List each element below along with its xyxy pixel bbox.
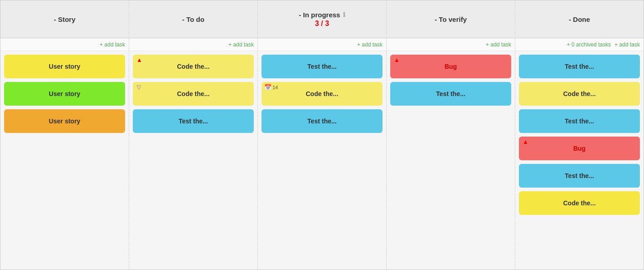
priority-down-icon: ▽ xyxy=(136,84,141,91)
task-label: Test the... xyxy=(307,117,337,125)
task-label: User story xyxy=(49,117,80,125)
task-card-story-2[interactable]: User story xyxy=(4,109,125,133)
column-title-done: - Done xyxy=(569,15,590,23)
task-label: Test the... xyxy=(436,90,465,97)
task-card-to-verify-1[interactable]: Test the... xyxy=(390,82,511,106)
task-label: Code the... xyxy=(177,63,210,70)
task-label: Code the... xyxy=(177,90,210,97)
column-body-to-verify: ▲BugTest the... xyxy=(387,51,515,270)
column-todo: - To do+ add task▲Code the...▽Code the..… xyxy=(129,0,258,270)
task-card-story-1[interactable]: User story xyxy=(4,82,125,106)
add-task-link-todo[interactable]: + add task xyxy=(228,41,254,48)
column-body-done: Test the...Code the...Test the...▲BugTes… xyxy=(515,51,644,270)
task-card-todo-0[interactable]: ▲Code the... xyxy=(133,55,254,78)
column-header-to-verify: - To verify xyxy=(387,0,515,38)
kanban-board: - Story+ add taskUser storyUser storyUse… xyxy=(0,0,644,270)
task-label: User story xyxy=(49,63,80,70)
add-task-link-to-verify[interactable]: + add task xyxy=(486,41,511,48)
task-card-done-0[interactable]: Test the... xyxy=(519,55,640,78)
task-card-done-5[interactable]: Code the... xyxy=(519,191,640,215)
task-label: Test the... xyxy=(565,63,594,70)
column-story: - Story+ add taskUser storyUser storyUse… xyxy=(0,0,129,270)
task-card-todo-1[interactable]: ▽Code the... xyxy=(133,82,254,106)
task-label: Code the... xyxy=(563,90,596,97)
column-subheader-story: + add task xyxy=(0,38,129,51)
column-header-done: - Done xyxy=(515,0,644,38)
task-card-done-3[interactable]: ▲Bug xyxy=(519,137,640,160)
column-header-todo: - To do xyxy=(129,0,257,38)
task-label: Test the... xyxy=(565,117,594,125)
calendar-icon: 📅 xyxy=(264,84,272,91)
column-subheader-done: + 0 archived tasks+ add task xyxy=(515,38,644,51)
column-title-story: - Story xyxy=(54,15,75,23)
task-card-to-verify-0[interactable]: ▲Bug xyxy=(390,55,511,78)
priority-up-icon: ▲ xyxy=(136,56,142,63)
priority-up-icon: ▲ xyxy=(394,56,400,63)
task-card-done-1[interactable]: Code the... xyxy=(519,82,640,106)
column-subheader-to-verify: + add task xyxy=(387,38,515,51)
task-card-story-0[interactable]: User story xyxy=(4,55,125,78)
info-icon[interactable]: ℹ xyxy=(343,11,345,18)
progress-indicator: 3 / 3 xyxy=(315,20,329,28)
column-body-in-progress: Test the...📅 14Code the...Test the... xyxy=(258,51,386,270)
priority-up-icon: ▲ xyxy=(523,138,528,145)
task-card-todo-2[interactable]: Test the... xyxy=(133,109,254,133)
column-title-to-verify: - To verify xyxy=(435,15,467,23)
task-card-in-progress-0[interactable]: Test the... xyxy=(262,55,382,78)
task-label: Bug xyxy=(444,63,457,70)
add-task-link-story[interactable]: + add task xyxy=(100,41,125,48)
column-in-progress: - In progressℹ3 / 3+ add taskTest the...… xyxy=(258,0,387,270)
task-label: Test the... xyxy=(307,63,337,70)
task-card-done-4[interactable]: Test the... xyxy=(519,164,640,188)
column-subheader-todo: + add task xyxy=(129,38,257,51)
add-task-link-done[interactable]: + add task xyxy=(614,41,640,48)
task-label: Test the... xyxy=(565,172,594,179)
column-body-todo: ▲Code the...▽Code the...Test the... xyxy=(129,51,257,270)
task-label: Bug xyxy=(573,145,585,152)
column-header-story: - Story xyxy=(0,0,129,38)
task-card-in-progress-2[interactable]: Test the... xyxy=(262,109,382,133)
column-header-in-progress: - In progressℹ3 / 3 xyxy=(258,0,386,38)
task-card-done-2[interactable]: Test the... xyxy=(519,109,640,133)
column-title-in-progress: - In progress xyxy=(299,11,340,19)
column-title-todo: - To do xyxy=(182,15,205,23)
column-body-story: User storyUser storyUser story xyxy=(0,51,129,270)
archived-tasks-link-done[interactable]: + 0 archived tasks xyxy=(567,41,611,48)
column-to-verify: - To verify+ add task▲BugTest the... xyxy=(387,0,515,270)
column-done: - Done+ 0 archived tasks+ add taskTest t… xyxy=(515,0,644,270)
task-label: User story xyxy=(49,90,80,97)
add-task-link-in-progress[interactable]: + add task xyxy=(357,41,382,48)
task-date-badge: 📅 14 xyxy=(264,84,278,91)
task-label: Code the... xyxy=(563,199,596,207)
task-card-in-progress-1[interactable]: 📅 14Code the... xyxy=(262,82,382,106)
column-subheader-in-progress: + add task xyxy=(258,38,386,51)
task-label: Test the... xyxy=(179,117,208,125)
task-label: Code the... xyxy=(306,90,338,97)
